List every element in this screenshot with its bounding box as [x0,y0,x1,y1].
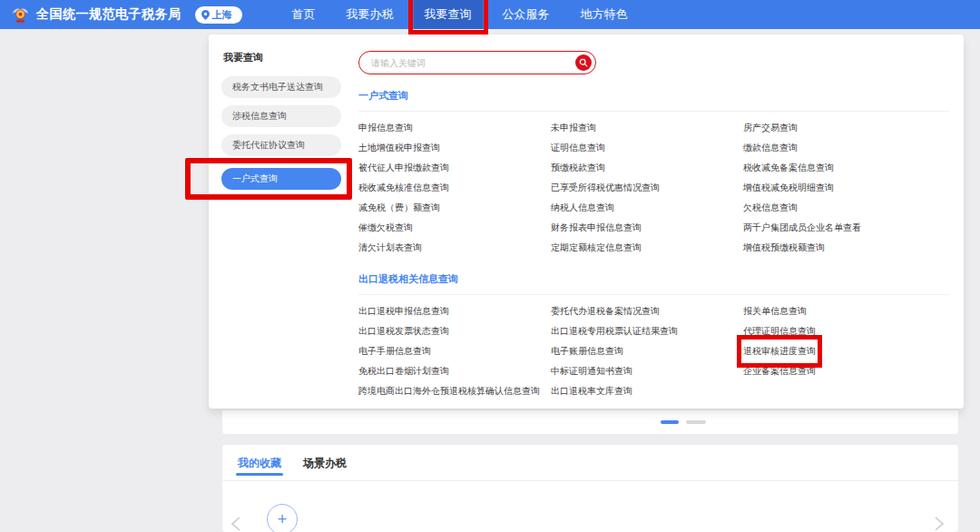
red-highlight-box: 一户式查询 [185,158,352,200]
menu-link[interactable]: 减免税（费）额查询 [358,198,440,218]
menu-link[interactable]: 出口退税率文库查询 [551,381,632,401]
link-column: 申报信息查询土地增值税申报查询被代征人申报缴款查询税收减免核准信息查询减免税（费… [358,118,551,258]
chevron-left-icon[interactable] [230,516,242,532]
menu-link[interactable]: 证明信息查询 [551,138,605,158]
sidebar-title: 我要查询 [221,51,358,64]
search-button[interactable] [575,54,592,71]
carousel-dot-0[interactable] [661,420,679,424]
menu-link[interactable]: 退税审核进度查询 [743,341,816,361]
menu-link[interactable]: 催缴欠税查询 [358,218,413,238]
menu-link[interactable]: 税收减免核准信息查询 [358,178,449,198]
menu-link[interactable]: 出口退税申报信息查询 [358,301,449,321]
menu-link[interactable]: 委托代办退税备案情况查询 [551,301,660,321]
sidebar-item-entrusted-collection-agreement-query[interactable]: 委托代征协议查询 [221,134,341,156]
sidebar-item-tax-document-delivery-query[interactable]: 税务文书电子送达查询 [221,76,341,98]
menu-link[interactable]: 增值税减免税明细查询 [743,178,834,198]
menu-link[interactable]: 电子手册信息查询 [358,341,431,361]
section-divider [358,111,949,112]
menu-link[interactable]: 预缴税款查询 [551,158,605,178]
section-columns: 申报信息查询土地增值税申报查询被代征人申报缴款查询税收减免核准信息查询减免税（费… [358,118,949,258]
menu-link[interactable]: 纳税人信息查询 [551,198,614,218]
location-selector[interactable]: 上海 [195,6,242,24]
brand: 全国统一规范电子税务局 上海 [0,5,242,25]
main-nav: 首页我要办税我要查询公众服务地方特色 [277,0,643,29]
favorites-card: 我的收藏场景办税 + [222,445,958,532]
menu-link[interactable]: 定期定额核定信息查询 [551,238,642,258]
query-mega-menu: 我要查询 税务文书电子送达查询涉税信息查询委托代征协议查询一户式查询 一户式查询… [209,34,964,409]
nav-item-public-service[interactable]: 公众服务 [492,0,561,29]
menu-link[interactable]: 申报信息查询 [358,118,413,138]
link-column: 未申报查询证明信息查询预缴税款查询已享受所得税优惠情况查询纳税人信息查询财务报表… [551,118,743,258]
menu-content: 一户式查询申报信息查询土地增值税申报查询被代征人申报缴款查询税收减免核准信息查询… [358,51,949,401]
menu-link[interactable]: 出口退税专用税票认证结果查询 [551,321,678,341]
menu-link[interactable]: 税收减免备案信息查询 [743,158,834,178]
sidebar-item-tax-related-info-query[interactable]: 涉税信息查询 [221,105,341,127]
site-title: 全国统一规范电子税务局 [36,6,181,23]
menu-sidebar: 我要查询 税务文书电子送达查询涉税信息查询委托代征协议查询一户式查询 [221,51,358,202]
carousel-dot-1[interactable] [686,420,706,424]
link-column: 出口退税申报信息查询出口退税发票状态查询电子手册信息查询免税出口卷烟计划查询跨境… [358,301,551,401]
menu-link[interactable]: 已享受所得税优惠情况查询 [551,178,660,198]
nav-item-local-features[interactable]: 地方特色 [570,0,639,29]
menu-sections: 一户式查询申报信息查询土地增值税申报查询被代征人申报缴款查询税收减免核准信息查询… [358,89,949,401]
menu-link[interactable]: 财务报表申报信息查询 [551,218,642,238]
search-input[interactable] [359,58,595,68]
menu-link[interactable]: 出口退税发票状态查询 [358,321,449,341]
menu-link[interactable]: 被代征人申报缴款查询 [358,158,449,178]
add-favorite-button[interactable]: + [267,504,298,532]
tab-my-favorites[interactable]: 我的收藏 [238,445,281,481]
menu-link[interactable]: 两千户集团成员企业名单查看 [743,218,861,238]
menu-link[interactable]: 报关单信息查询 [743,301,807,321]
top-navbar: 全国统一规范电子税务局 上海 首页我要办税我要查询公众服务地方特色 [0,0,980,29]
menu-link[interactable]: 清欠计划表查询 [358,238,422,258]
search-icon [579,58,588,67]
nav-item-home[interactable]: 首页 [281,0,327,29]
menu-link[interactable]: 欠税信息查询 [743,198,798,218]
menu-link[interactable]: 跨境电商出口海外仓预退税核算确认信息查询 [358,381,540,401]
section-divider [358,294,949,295]
nav-item-query[interactable]: 我要查询 [414,0,483,29]
location-label: 上海 [212,8,232,22]
menu-link[interactable]: 代理证明信息查询 [743,321,816,341]
section-title: 一户式查询 [358,89,949,103]
carousel-dots-strip [222,410,958,434]
sidebar-items: 税务文书电子送达查询涉税信息查询委托代征协议查询一户式查询 [221,76,358,200]
nav-item-do-tax[interactable]: 我要办税 [336,0,405,29]
menu-link[interactable]: 土地增值税申报查询 [358,138,440,158]
link-column: 报关单信息查询代理证明信息查询退税审核进度查询企业备案信息查询 [743,301,949,401]
section-columns: 出口退税申报信息查询出口退税发票状态查询电子手册信息查询免税出口卷烟计划查询跨境… [358,301,949,401]
sidebar-item-one-account-query[interactable]: 一户式查询 [221,168,341,190]
menu-link[interactable]: 免税出口卷烟计划查询 [358,361,449,381]
link-column: 委托代办退税备案情况查询出口退税专用税票认证结果查询电子账册信息查询中标证明通知… [551,301,743,401]
menu-link[interactable]: 未申报查询 [551,118,596,138]
chevron-right-icon[interactable] [933,516,946,532]
link-column: 房产交易查询缴款信息查询税收减免备案信息查询增值税减免税明细查询欠税信息查询两千… [743,118,949,258]
plus-icon: + [278,511,288,527]
section-title: 出口退税相关信息查询 [358,272,949,286]
menu-link[interactable]: 企业备案信息查询 [743,361,816,381]
menu-link[interactable]: 房产交易查询 [743,118,798,138]
tab-scenario-tax[interactable]: 场景办税 [303,445,347,481]
menu-link[interactable]: 中标证明通知书查询 [551,361,632,381]
menu-link[interactable]: 电子账册信息查询 [551,341,623,361]
carousel-dots [661,420,706,424]
favorites-tabs: 我的收藏场景办税 [222,445,958,481]
menu-link[interactable]: 缴款信息查询 [743,138,798,158]
search-bar [358,51,596,74]
menu-link[interactable]: 增值税预缴税额查询 [743,238,825,258]
location-pin-icon [201,10,210,20]
tax-bureau-emblem-icon [11,5,30,25]
